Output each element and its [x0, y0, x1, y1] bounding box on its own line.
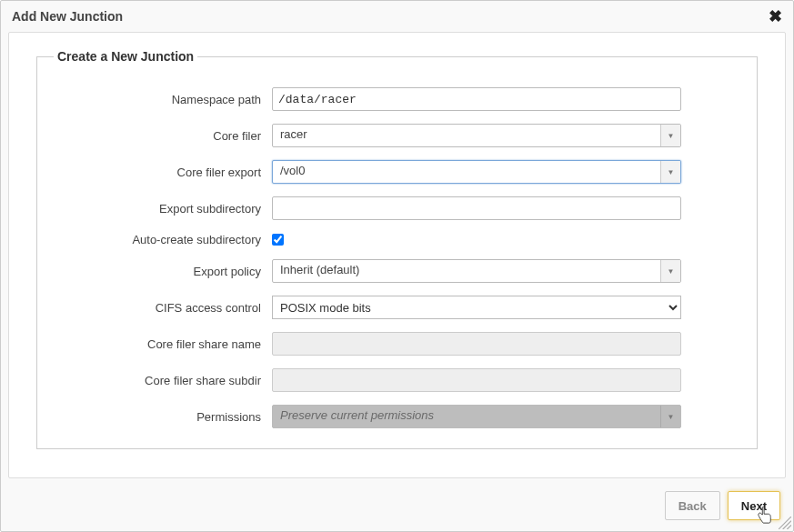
row-auto-create-subdir: Auto-create subdirectory — [54, 233, 740, 246]
label-core-filer-export: Core filer export — [54, 166, 272, 179]
namespace-path-input[interactable] — [272, 87, 681, 111]
permissions-select: Preserve current permissions ▼ — [272, 405, 681, 428]
core-filer-share-subdir-input — [272, 368, 681, 392]
chevron-down-icon: ▼ — [660, 406, 680, 427]
row-permissions: Permissions Preserve current permissions… — [54, 405, 740, 428]
dialog-title: Add New Junction — [12, 9, 123, 24]
label-export-subdir: Export subdirectory — [54, 202, 272, 216]
row-namespace-path: Namespace path — [54, 87, 740, 111]
label-core-filer-share-subdir: Core filer share subdir — [54, 374, 272, 387]
label-cifs-access-control: CIFS access control — [54, 301, 272, 315]
core-filer-export-select[interactable]: /vol0 ▼ — [272, 160, 681, 184]
label-export-policy: Export policy — [54, 265, 272, 278]
core-filer-share-name-input — [272, 332, 681, 356]
core-filer-value: racer — [273, 125, 660, 146]
label-auto-create-subdir: Auto-create subdirectory — [54, 233, 272, 246]
row-core-filer-share-subdir: Core filer share subdir — [54, 368, 740, 392]
label-core-filer: Core filer — [54, 129, 272, 143]
label-core-filer-share-name: Core filer share name — [54, 337, 272, 351]
auto-create-subdir-checkbox[interactable] — [272, 234, 284, 246]
group-legend: Create a New Junction — [54, 49, 197, 64]
dialog-titlebar: Add New Junction ✖ — [1, 1, 793, 32]
create-junction-group: Create a New Junction Namespace path Cor… — [36, 49, 758, 449]
row-cifs-access-control: CIFS access control POSIX mode bits — [54, 296, 740, 319]
dialog-content: Create a New Junction Namespace path Cor… — [8, 32, 786, 478]
cifs-access-control-select[interactable]: POSIX mode bits — [272, 296, 681, 319]
row-export-policy: Export policy Inherit (default) ▼ — [54, 259, 740, 283]
row-export-subdir: Export subdirectory — [54, 196, 740, 220]
permissions-value: Preserve current permissions — [273, 406, 660, 427]
export-policy-select[interactable]: Inherit (default) ▼ — [272, 259, 681, 283]
add-new-junction-dialog: Add New Junction ✖ Create a New Junction… — [0, 0, 794, 532]
label-permissions: Permissions — [54, 410, 272, 424]
back-button[interactable]: Back — [665, 491, 720, 520]
svg-line-2 — [787, 525, 791, 529]
dialog-button-bar: Back Next — [1, 486, 793, 531]
row-core-filer-share-name: Core filer share name — [54, 332, 740, 356]
resize-grip-icon[interactable] — [779, 517, 791, 529]
row-core-filer: Core filer racer ▼ — [54, 124, 740, 147]
svg-line-1 — [783, 521, 791, 529]
label-namespace-path: Namespace path — [54, 93, 272, 106]
next-button[interactable]: Next — [728, 491, 780, 520]
chevron-down-icon: ▼ — [660, 161, 680, 183]
export-subdir-input[interactable] — [272, 196, 681, 220]
export-policy-value: Inherit (default) — [273, 260, 660, 282]
close-icon[interactable]: ✖ — [769, 8, 782, 25]
chevron-down-icon: ▼ — [660, 125, 680, 146]
core-filer-select[interactable]: racer ▼ — [272, 124, 681, 147]
chevron-down-icon: ▼ — [660, 260, 680, 282]
row-core-filer-export: Core filer export /vol0 ▼ — [54, 160, 740, 184]
core-filer-export-value: /vol0 — [273, 161, 660, 183]
